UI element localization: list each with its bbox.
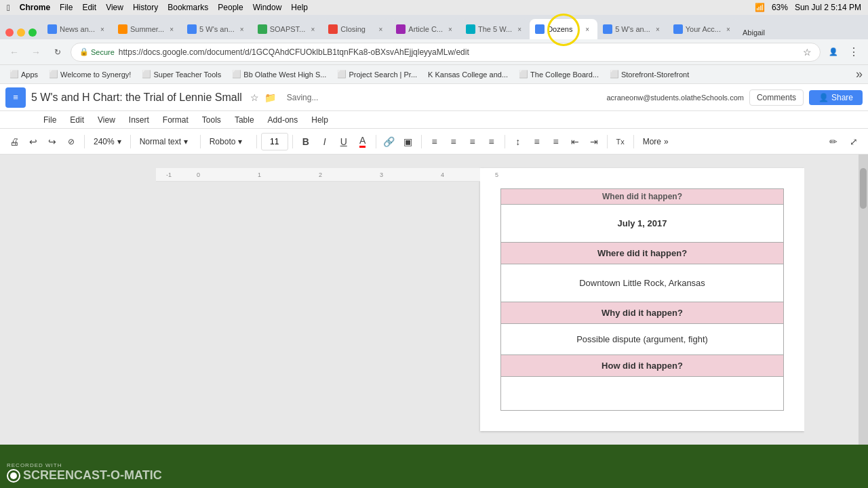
image-button[interactable]: ▣ [399,133,417,150]
text-color-button[interactable]: A [354,133,372,150]
print-button[interactable]: 🖨 [5,133,23,150]
document-folder-icon[interactable]: 📁 [264,92,276,103]
align-center-button[interactable]: ≡ [445,133,462,150]
tab-close-soapst[interactable]: × [308,24,317,34]
tab-close-account[interactable]: × [724,24,733,34]
bookmark-project[interactable]: ⬜ Project Search | Pr... [333,68,421,80]
align-justify-button[interactable]: ≡ [483,133,500,150]
numbered-list-button[interactable]: ≡ [547,133,565,150]
bookmark-star-icon[interactable]: ☆ [803,47,812,58]
zoom-dropdown[interactable]: 240% ▾ [89,133,126,150]
tab-close-news[interactable]: × [98,24,107,34]
menu-addons[interactable]: Add-ons [262,114,304,126]
menu-format[interactable]: Format [157,114,194,126]
document-title[interactable]: 5 W's and H Chart: the Trial of Lennie S… [31,92,242,104]
tab-account[interactable]: Your Acc... × [668,19,738,39]
tab-closing[interactable]: Closing × [323,19,391,39]
cell-where[interactable]: Downtown Little Rock, Arkansas [501,264,784,302]
tab-close-summer[interactable]: × [167,24,176,34]
menu-edit[interactable]: Edit [64,114,90,126]
font-size-field[interactable]: 11 [261,133,288,150]
italic-button[interactable]: I [316,133,334,150]
tab-dozens[interactable]: Dozens × [530,19,597,39]
refresh-button[interactable]: ↻ [49,43,66,61]
list-button[interactable]: ≡ [528,133,546,150]
tab-close-dozens[interactable]: × [583,24,592,34]
bookmark-storefront[interactable]: ⬜ Storefront-Storefront [606,68,693,80]
link-button[interactable]: 🔗 [380,133,398,150]
bookmark-kansas[interactable]: K Kansas College and... [424,69,512,80]
indent-less-button[interactable]: ⇤ [566,133,584,150]
menu-view[interactable]: View [92,114,121,126]
window-close-btn[interactable] [5,28,14,37]
tab-close-5ws[interactable]: × [237,24,247,34]
menu-help[interactable]: Help [306,114,334,126]
bold-button[interactable]: B [297,133,315,150]
paint-format-button[interactable]: ⊘ [62,133,80,150]
file-menu[interactable]: File [60,3,73,12]
people-menu[interactable]: People [218,3,243,12]
tab-news[interactable]: News an... × [42,19,113,39]
cell-why[interactable]: Possible dispute (argument, fight) [501,324,784,355]
tab-soapst[interactable]: SOAPST... × [252,19,323,39]
back-button[interactable]: ← [5,43,23,61]
tab-summer[interactable]: Summer... × [113,19,182,39]
comments-button[interactable]: Comments [749,89,804,106]
style-dropdown[interactable]: Normal text ▾ [135,133,196,150]
history-menu[interactable]: History [133,3,158,12]
view-menu[interactable]: View [106,3,123,12]
font-dropdown[interactable]: Roboto ▾ [205,133,252,150]
apple-logo-icon[interactable]:  [7,3,10,13]
align-right-button[interactable]: ≡ [464,133,481,150]
bookmarks-menu[interactable]: Bookmarks [167,3,208,12]
edit-menu[interactable]: Edit [82,3,96,12]
bookmark-synergy[interactable]: ⬜ Welcome to Synergy! [45,68,135,80]
tab-the5w[interactable]: The 5 W... × [460,19,530,39]
tab-close-5ws-2[interactable]: × [653,24,663,34]
document-star-icon[interactable]: ☆ [250,92,259,103]
cell-where-header[interactable]: Where did it happen? [501,243,784,264]
align-left-button[interactable]: ≡ [426,133,443,150]
docs-page-area[interactable]: -1 0 1 2 3 4 5 When did it happen? [156,155,804,445]
menu-file[interactable]: File [38,114,62,126]
cell-when-header[interactable]: When did it happen? [501,189,784,205]
undo-button[interactable]: ↩ [24,133,42,150]
clear-formatting-button[interactable]: Tx [612,133,629,150]
window-maximize-btn[interactable] [28,28,37,37]
tab-close-article[interactable]: × [446,24,455,34]
more-button[interactable]: More » [638,133,673,150]
redo-button[interactable]: ↪ [43,133,61,150]
bookmark-college[interactable]: ⬜ The College Board... [515,68,603,80]
forward-button[interactable]: → [27,43,45,61]
window-minimize-btn[interactable] [17,28,25,37]
expand-button[interactable]: ⤢ [845,133,863,150]
bookmarks-more-icon[interactable]: » [856,67,863,81]
cell-how[interactable] [501,377,784,411]
underline-button[interactable]: U [335,133,353,150]
tab-5ws[interactable]: 5 W's an... × [182,19,252,39]
url-text[interactable]: https://docs.google.com/document/d/1GCQA… [119,47,799,57]
cell-how-header[interactable]: How did it happen? [501,355,784,377]
app-name[interactable]: Chrome [20,3,50,12]
chrome-menu-icon[interactable]: ⋮ [845,43,863,61]
indent-more-button[interactable]: ⇥ [585,133,603,150]
bookmark-bb[interactable]: ⬜ Bb Olathe West High S... [228,68,330,80]
cell-date[interactable]: July 1, 2017 [501,205,784,243]
menu-tools[interactable]: Tools [197,114,226,126]
help-menu[interactable]: Help [291,3,308,12]
url-bar[interactable]: 🔒 Secure https://docs.google.com/documen… [71,43,821,62]
menu-table[interactable]: Table [229,114,260,126]
bookmark-apps[interactable]: ⬜ Apps [5,68,42,80]
tab-close-closing[interactable]: × [376,24,385,34]
scrollbar[interactable] [859,155,868,445]
account-icon[interactable]: 👤 [825,43,842,61]
bookmark-superteacher[interactable]: ⬜ Super Teacher Tools [138,68,225,80]
tab-close-the5w[interactable]: × [515,24,524,34]
scrollbar-thumb[interactable] [860,168,867,209]
cell-why-header[interactable]: Why did it happen? [501,302,784,324]
tab-5ws-2[interactable]: 5 W's an... × [597,19,668,39]
line-spacing-button[interactable]: ↕ [509,133,527,150]
tab-article[interactable]: Article C... × [391,19,460,39]
menu-insert[interactable]: Insert [123,114,155,126]
edit-pencil-button[interactable]: ✏ [825,133,842,150]
